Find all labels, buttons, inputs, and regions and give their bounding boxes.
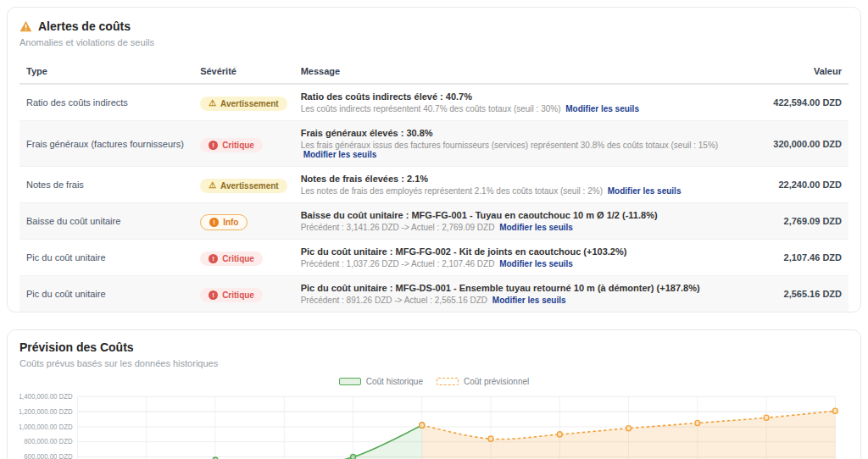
alert-type: Baisse du coût unitaire xyxy=(19,203,193,240)
chart-legend: Coût historique Coût prévisionnel xyxy=(19,377,849,386)
modify-thresholds-link[interactable]: Modifier les seuils xyxy=(608,186,682,196)
column-header-type: Type xyxy=(19,59,193,84)
column-header-value: Valeur xyxy=(732,59,849,84)
alerts-table: Type Sévérité Message Valeur Ratio des c… xyxy=(19,59,849,312)
table-row: Frais généraux (factures fournisseurs) !… xyxy=(19,121,849,167)
alert-detail-text: Précédent : 1,037.26 DZD -> Actuel : 2,1… xyxy=(301,259,498,268)
alert-type: Pic du coût unitaire xyxy=(19,240,193,276)
alert-detail-text: Précédent : 891.26 DZD -> Actuel : 2,565… xyxy=(301,296,490,305)
legend-label-historical: Coût historique xyxy=(366,377,423,386)
alert-message-detail: Les coûts indirects représentent 40.7% d… xyxy=(301,104,726,113)
table-header-row: Type Sévérité Message Valeur xyxy=(19,59,849,84)
severity-badge: ⚠ Avertissement xyxy=(200,179,287,193)
alert-message-title: Notes de frais élevées : 2.1% xyxy=(301,174,726,184)
alert-circle-icon: ! xyxy=(209,254,218,263)
alert-message-detail: Précédent : 891.26 DZD -> Actuel : 2,565… xyxy=(301,296,726,305)
svg-text:1,000,000.00 DZD: 1,000,000.00 DZD xyxy=(19,423,73,430)
alert-detail-text: Précédent : 3,141.26 DZD -> Actuel : 2,7… xyxy=(301,223,498,232)
svg-text:600,000.00 DZD: 600,000.00 DZD xyxy=(24,453,73,459)
modify-thresholds-link[interactable]: Modifier les seuils xyxy=(565,104,639,113)
alert-message-title: Pic du coût unitaire : MFG-FG-002 - Kit … xyxy=(301,246,726,257)
page-title-forecast: Prévision des Coûts xyxy=(19,340,849,354)
alert-value: 22,240.00 DZD xyxy=(732,167,849,203)
table-row: Ratio des coûts indirects ⚠ Avertissemen… xyxy=(19,84,849,121)
severity-badge: ⚠ Avertissement xyxy=(200,97,287,111)
column-header-message: Message xyxy=(294,59,732,84)
table-row: Pic du coût unitaire ! Critique Pic du c… xyxy=(19,276,849,312)
alert-detail-text: Les frais généraux issus des factures fo… xyxy=(301,141,718,150)
alerts-table-body: Ratio des coûts indirects ⚠ Avertissemen… xyxy=(19,84,849,312)
severity-label: Critique xyxy=(222,290,254,300)
alert-type: Notes de frais xyxy=(19,167,193,203)
severity-label: Critique xyxy=(222,141,254,150)
severity-badge: ! Critique xyxy=(200,288,263,302)
svg-text:800,000.00 DZD: 800,000.00 DZD xyxy=(24,438,73,445)
table-row: Pic du coût unitaire ! Critique Pic du c… xyxy=(19,240,849,276)
page-title-alerts: Alertes de coûts xyxy=(38,19,131,33)
severity-label: Avertissement xyxy=(220,181,279,191)
modify-thresholds-link[interactable]: Modifier les seuils xyxy=(499,223,573,232)
alert-detail-text: Les notes de frais des employés représen… xyxy=(301,186,605,196)
legend-item-historical: Coût historique xyxy=(339,377,423,386)
alert-circle-icon: ! xyxy=(209,290,218,300)
alert-value: 320,000.00 DZD xyxy=(732,121,849,167)
alert-value: 2,769.09 DZD xyxy=(732,203,849,240)
alert-type: Frais généraux (factures fournisseurs) xyxy=(19,121,193,167)
severity-badge: ! Critique xyxy=(200,138,263,152)
severity-label: Avertissement xyxy=(220,99,279,108)
column-header-severity: Sévérité xyxy=(193,59,294,84)
alert-detail-text: Les coûts indirects représentent 40.7% d… xyxy=(301,104,564,113)
severity-label: Critique xyxy=(222,254,254,263)
alert-message-detail: Précédent : 1,037.26 DZD -> Actuel : 2,1… xyxy=(301,259,726,268)
table-row: Notes de frais ⚠ Avertissement Notes de … xyxy=(19,167,849,203)
cost-alerts-card: Alertes de coûts Anomalies et violations… xyxy=(7,7,861,312)
alert-message-title: Ratio des coûts indirects élevé : 40.7% xyxy=(301,91,726,102)
legend-label-forecast: Coût prévisionnel xyxy=(464,377,529,386)
svg-text:1,200,000.00 DZD: 1,200,000.00 DZD xyxy=(19,408,73,416)
legend-item-forecast: Coût prévisionnel xyxy=(437,377,529,386)
alert-type: Pic du coût unitaire xyxy=(19,276,193,312)
alert-message-detail: Précédent : 3,141.26 DZD -> Actuel : 2,7… xyxy=(301,223,726,232)
alerts-subtitle: Anomalies et violations de seuils xyxy=(19,37,849,47)
alert-message-title: Baisse du coût unitaire : MFG-FG-001 - T… xyxy=(301,210,726,220)
info-circle-icon: ! xyxy=(209,218,219,227)
historical-swatch-icon xyxy=(339,378,361,385)
severity-badge: ! Critique xyxy=(200,252,263,266)
alert-circle-icon: ! xyxy=(209,141,218,150)
alert-value: 422,594.00 DZD xyxy=(732,84,849,121)
alert-type: Ratio des coûts indirects xyxy=(19,84,193,121)
warning-icon: ⚠ xyxy=(209,181,216,190)
modify-thresholds-link[interactable]: Modifier les seuils xyxy=(303,150,377,159)
modify-thresholds-link[interactable]: Modifier les seuils xyxy=(499,259,573,268)
forecast-subtitle: Coûts prévus basés sur les données histo… xyxy=(19,358,849,368)
table-row: Baisse du coût unitaire ! Info Baisse du… xyxy=(19,203,849,240)
severity-badge: ! Info xyxy=(200,214,248,230)
warning-triangle-icon xyxy=(19,20,32,32)
forecast-chart: Aug 2025Sep 2025Oct 2025Nov 2025Dec 2025… xyxy=(19,390,849,459)
alert-message-detail: Les notes de frais des employés représen… xyxy=(301,186,726,196)
alert-message-detail: Les frais généraux issus des factures fo… xyxy=(301,141,726,159)
alert-message-title: Pic du coût unitaire : MFG-DS-001 - Ense… xyxy=(301,283,726,293)
alert-message-title: Frais généraux élevés : 30.8% xyxy=(301,128,726,138)
warning-icon: ⚠ xyxy=(209,99,216,108)
modify-thresholds-link[interactable]: Modifier les seuils xyxy=(492,296,566,305)
cost-forecast-card: Prévision des Coûts Coûts prévus basés s… xyxy=(7,329,861,459)
alert-value: 2,107.46 DZD xyxy=(732,240,849,276)
alert-value: 2,565.16 DZD xyxy=(732,276,849,312)
severity-label: Info xyxy=(223,218,238,227)
forecast-swatch-icon xyxy=(437,378,459,385)
svg-text:1,400,000.00 DZD: 1,400,000.00 DZD xyxy=(19,393,73,401)
